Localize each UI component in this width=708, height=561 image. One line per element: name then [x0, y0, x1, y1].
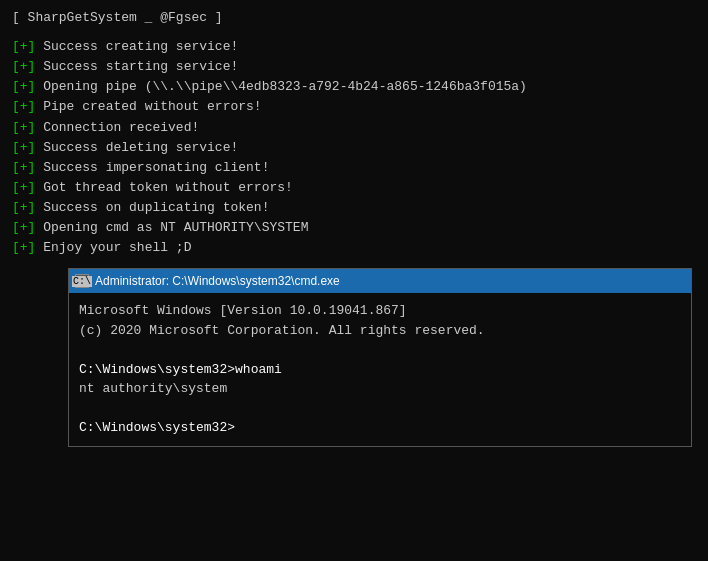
log-text: Success on duplicating token!	[43, 200, 269, 215]
log-text: Pipe created without errors!	[43, 99, 261, 114]
log-line: [+] Success starting service!	[12, 57, 696, 77]
log-text: Connection received!	[43, 120, 199, 135]
log-output: [+] Success creating service![+] Success…	[12, 37, 696, 259]
cmd-window: C:\ Administrator: C:\Windows\system32\c…	[68, 268, 692, 447]
app-title: [ SharpGetSystem _ @Fgsec ]	[12, 10, 696, 25]
cmd-titlebar: C:\ Administrator: C:\Windows\system32\c…	[69, 269, 691, 293]
log-text: Opening cmd as NT AUTHORITY\SYSTEM	[43, 220, 308, 235]
log-prefix: [+]	[12, 59, 43, 74]
log-prefix: [+]	[12, 79, 43, 94]
log-line: [+] Pipe created without errors!	[12, 97, 696, 117]
log-prefix: [+]	[12, 99, 43, 114]
log-line: [+] Success creating service!	[12, 37, 696, 57]
log-line: [+] Connection received!	[12, 118, 696, 138]
log-line: [+] Success impersonating client!	[12, 158, 696, 178]
log-prefix: [+]	[12, 140, 43, 155]
log-text: Success impersonating client!	[43, 160, 269, 175]
cmd-line: C:\Windows\system32>whoami	[79, 360, 681, 380]
main-terminal: [ SharpGetSystem _ @Fgsec ] [+] Success …	[0, 0, 708, 561]
log-line: [+] Opening cmd as NT AUTHORITY\SYSTEM	[12, 218, 696, 238]
cmd-line: C:\Windows\system32>	[79, 418, 681, 438]
cmd-line	[79, 399, 681, 419]
log-prefix: [+]	[12, 220, 43, 235]
log-line: [+] Success deleting service!	[12, 138, 696, 158]
cmd-icon: C:\	[75, 274, 89, 288]
log-line: [+] Opening pipe (\\.\\pipe\\4edb8323-a7…	[12, 77, 696, 97]
log-text: Success starting service!	[43, 59, 238, 74]
log-line: [+] Got thread token without errors!	[12, 178, 696, 198]
log-prefix: [+]	[12, 240, 43, 255]
log-prefix: [+]	[12, 160, 43, 175]
log-prefix: [+]	[12, 180, 43, 195]
cmd-body: Microsoft Windows [Version 10.0.19041.86…	[69, 293, 691, 446]
log-text: Enjoy your shell ;D	[43, 240, 191, 255]
log-prefix: [+]	[12, 120, 43, 135]
cmd-line: Microsoft Windows [Version 10.0.19041.86…	[79, 301, 681, 321]
log-prefix: [+]	[12, 39, 43, 54]
cmd-line: nt authority\system	[79, 379, 681, 399]
log-line: [+] Enjoy your shell ;D	[12, 238, 696, 258]
log-prefix: [+]	[12, 200, 43, 215]
log-text: Opening pipe (\\.\\pipe\\4edb8323-a792-4…	[43, 79, 527, 94]
log-line: [+] Success on duplicating token!	[12, 198, 696, 218]
log-text: Success deleting service!	[43, 140, 238, 155]
log-text: Success creating service!	[43, 39, 238, 54]
cmd-title: Administrator: C:\Windows\system32\cmd.e…	[95, 274, 340, 288]
log-text: Got thread token without errors!	[43, 180, 293, 195]
cmd-line	[79, 340, 681, 360]
cmd-line: (c) 2020 Microsoft Corporation. All righ…	[79, 321, 681, 341]
